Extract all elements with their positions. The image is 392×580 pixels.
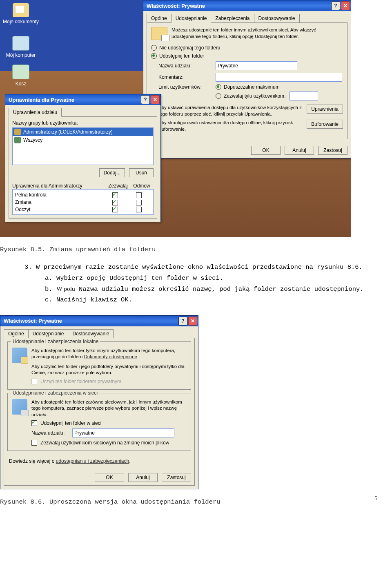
- perm-help-text: Aby ustawić uprawnienia dostępu dla użyt…: [158, 105, 307, 117]
- apply-button[interactable]: Zastosuj: [318, 146, 347, 155]
- cancel-button[interactable]: Anuluj: [285, 146, 314, 155]
- ok-button[interactable]: OK: [251, 146, 281, 155]
- deny-checkbox[interactable]: [136, 200, 142, 205]
- perms-for-label: Uprawnienia dla Administratorzy: [12, 183, 106, 189]
- figure-caption: Rysunek 8.6. Uproszczona wersja okna udo…: [0, 497, 392, 507]
- help-button[interactable]: ?: [331, 1, 340, 10]
- radio-label: Udostępnij ten folder: [159, 53, 204, 59]
- cancel-button[interactable]: Anuluj: [128, 473, 158, 482]
- permissions-button[interactable]: Uprawnienia: [307, 105, 343, 114]
- allow-change-row[interactable]: Zezwalaj użytkownikom sieciowym na zmian…: [31, 440, 187, 446]
- allow-checkbox[interactable]: [112, 200, 118, 205]
- icon-label: Moje dokumenty: [2, 19, 39, 25]
- make-private-row: Uczyń ten folder folderem prywatnym: [31, 379, 187, 384]
- group-title: Udostępnianie i zabezpieczenia w sieci: [11, 390, 99, 396]
- folder-icon: [13, 3, 29, 17]
- titlebar[interactable]: Właściwości: Prywatne ? ✕: [0, 316, 198, 326]
- perm-row: Zmiana: [15, 199, 151, 206]
- perm-name: Zmiana: [15, 199, 103, 205]
- tab-strip: Ogólne Udostępnianie Dostosowywanie: [0, 326, 198, 338]
- radio-limit-max[interactable]: Dopuszczalne maksimum: [216, 84, 343, 90]
- remove-button[interactable]: Usuń: [129, 168, 154, 177]
- tab-sharing[interactable]: Udostępnianie: [28, 329, 69, 338]
- dialog-buttons: OK Anuluj Zastosuj: [4, 470, 194, 485]
- share-network-row[interactable]: Udostępnij ten folder w sieci: [31, 420, 187, 426]
- radio-label: Dopuszczalne maksimum: [224, 84, 280, 90]
- limit-input[interactable]: [290, 91, 318, 100]
- radio-icon: [216, 93, 221, 99]
- intro-text: Możesz udostępnić ten folder innym użytk…: [172, 27, 343, 40]
- allow-checkbox[interactable]: [112, 207, 118, 212]
- g2-text: Aby udostępnić ten folder zarówno siecio…: [31, 399, 187, 418]
- close-button[interactable]: ✕: [151, 95, 160, 104]
- radio-icon: [216, 84, 221, 90]
- col-deny: Odmów: [130, 183, 154, 189]
- share-name-input[interactable]: [72, 428, 174, 437]
- group-icon: [14, 137, 21, 143]
- tab-body: Możesz udostępnić ten folder innym użytk…: [147, 22, 347, 139]
- names-label: Nazwy grupy lub użytkownika:: [12, 120, 154, 126]
- perm-row: Pełna kontrola: [15, 191, 151, 199]
- tab-security[interactable]: Zabezpieczenia: [211, 14, 254, 23]
- desktop-icon-bin[interactable]: Kosz: [2, 65, 39, 87]
- permissions-dialog: Uprawnienia dla Prywatne ? ✕ Uprawnienia…: [5, 94, 161, 222]
- window-title: Właściwości: Prywatne: [147, 3, 205, 9]
- ok-button[interactable]: OK: [95, 473, 124, 482]
- radio-share-row[interactable]: Udostępnij ten folder: [151, 53, 343, 59]
- close-button[interactable]: ✕: [188, 317, 197, 326]
- apply-button[interactable]: Zastosuj: [162, 473, 191, 482]
- desktop-icon-computer[interactable]: Mój komputer: [2, 36, 39, 58]
- step-3: 3. W przeciwnym razie zostanie wyświetlo…: [24, 262, 392, 272]
- comment-label: Komentarz:: [158, 74, 216, 80]
- step-3c: c. Naciśnij klawisz OK.: [45, 294, 392, 305]
- titlebar[interactable]: Uprawnienia dla Prywatne ? ✕: [5, 94, 160, 105]
- comment-input[interactable]: [216, 73, 342, 82]
- help-button[interactable]: ?: [178, 317, 187, 326]
- tab-sharing[interactable]: Udostępnianie: [171, 14, 212, 23]
- permissions-grid: Uprawnienia dla Administratorzy Zezwalaj…: [12, 182, 154, 215]
- add-button[interactable]: Dodaj...: [99, 168, 125, 177]
- radio-label: Zezwalaj tylu użytkownikom:: [224, 93, 285, 99]
- tab-share-perm[interactable]: Uprawnienia udziału: [9, 108, 62, 117]
- local-share-icon: [12, 348, 27, 363]
- cb-label: Zezwalaj użytkownikom sieciowym na zmian…: [40, 440, 169, 446]
- share-name-input[interactable]: [216, 61, 297, 70]
- share-name-label: Nazwa udziału:: [31, 430, 72, 436]
- share-network-checkbox[interactable]: [31, 420, 37, 426]
- radio-limit-n[interactable]: Zezwalaj tylu użytkownikom:: [216, 91, 343, 100]
- list-item[interactable]: Wszyscy: [13, 136, 153, 144]
- deny-checkbox[interactable]: [136, 192, 142, 198]
- users-listbox[interactable]: Administratorzy (LOLEK\Administratorzy) …: [12, 127, 154, 165]
- list-item-label: Administratorzy (LOLEK\Administratorzy): [23, 129, 113, 135]
- tab-general[interactable]: Ogólne: [147, 14, 172, 23]
- deny-checkbox[interactable]: [136, 207, 142, 212]
- shared-docs-link[interactable]: Dokumenty udostępnione: [84, 354, 137, 359]
- tab-body: Nazwy grupy lub użytkownika: Administrat…: [9, 116, 157, 219]
- tab-customize[interactable]: Dostosowywanie: [254, 14, 300, 23]
- caching-button[interactable]: Buforowanie: [307, 120, 343, 129]
- close-button[interactable]: ✕: [341, 1, 350, 10]
- help-button[interactable]: ?: [141, 95, 150, 104]
- tab-customize[interactable]: Dostosowywanie: [68, 329, 114, 338]
- group-network-sharing: Udostępnianie i zabezpieczenia w sieci A…: [7, 393, 191, 451]
- share-name-label: Nazwa udziału:: [158, 63, 216, 69]
- tab-strip: Uprawnienia udziału: [5, 105, 160, 116]
- limit-label: Limit użytkowników:: [158, 84, 216, 90]
- dialog-buttons: OK Anuluj Zastosuj: [143, 143, 351, 158]
- group-title: Udostępnianie i zabezpieczenia lokalne: [11, 339, 100, 344]
- radio-no-share-row[interactable]: Nie udostępniaj tego folderu: [151, 45, 343, 51]
- list-item[interactable]: Administratorzy (LOLEK\Administratorzy): [13, 128, 153, 136]
- titlebar[interactable]: Właściwości: Prywatne ? ✕: [143, 0, 351, 11]
- page-number: 5: [374, 495, 377, 502]
- radio-icon: [151, 45, 157, 51]
- perm-name: Pełna kontrola: [15, 192, 103, 198]
- cache-help-text: Aby skonfigurować ustawienia dla dostępu…: [158, 120, 307, 132]
- allow-checkbox[interactable]: [112, 192, 118, 198]
- desktop-icon-documents[interactable]: Moje dokumenty: [2, 3, 39, 25]
- tab-strip: Ogólne Udostępnianie Zabezpieczenia Dost…: [143, 11, 351, 22]
- learn-more-link[interactable]: udostępnianiu i zabezpieczeniach: [56, 458, 129, 464]
- tab-general[interactable]: Ogólne: [4, 329, 29, 338]
- perm-row: Odczyt: [15, 206, 151, 213]
- window-title: Uprawnienia dla Prywatne: [9, 97, 74, 103]
- allow-change-checkbox[interactable]: [31, 440, 37, 446]
